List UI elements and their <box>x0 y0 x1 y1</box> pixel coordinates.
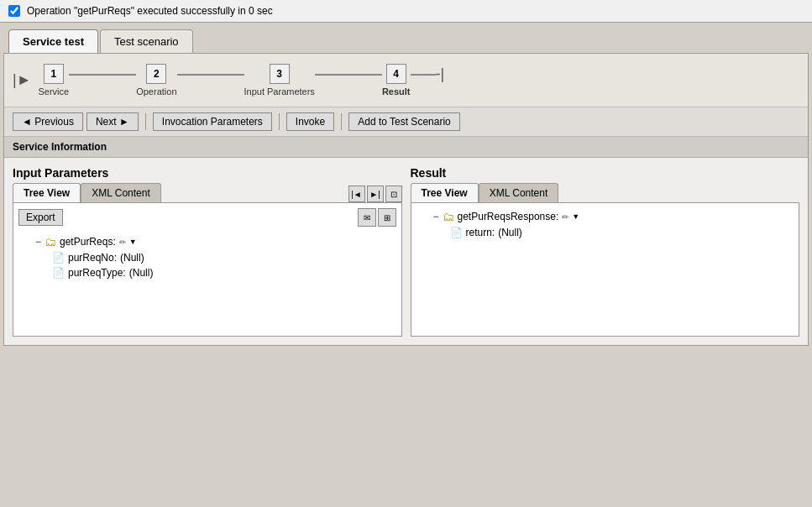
input-folder-icon: 🗂 <box>45 235 56 248</box>
wizard-step-3[interactable]: 3 Input Parameters <box>244 64 315 97</box>
input-file-icon-1: 📄 <box>52 252 65 264</box>
result-tab-tree[interactable]: Tree View <box>411 183 479 202</box>
next-button[interactable]: Next ► <box>86 112 139 131</box>
result-file-icon-1: 📄 <box>450 227 463 238</box>
input-tree-child-1: 📄 purReqNo: (Null) <box>18 250 396 265</box>
center-controls: |◄ ►| ⊡ <box>348 186 402 202</box>
status-message: Operation "getPurReqs" executed successf… <box>27 5 273 17</box>
input-expand-icon[interactable]: ▼ <box>129 238 137 246</box>
toolbar: ◄ Previous Next ► Invocation Parameters … <box>4 107 808 137</box>
wizard-step-4-label: Result <box>382 86 411 97</box>
result-expand-icon[interactable]: ▼ <box>572 212 579 221</box>
nav-play-btn[interactable]: ►| <box>367 186 384 202</box>
previous-button[interactable]: ◄ Previous <box>13 112 83 131</box>
wizard-line-3 <box>315 74 382 76</box>
wizard-step-2-number: 2 <box>146 64 166 84</box>
nav-stop-btn[interactable]: ⊡ <box>385 186 402 202</box>
wizard-start-icon: |► <box>13 71 32 89</box>
result-panel-tabs: Tree View XML Content <box>411 183 800 202</box>
add-icon-btn[interactable]: ⊞ <box>378 208 396 227</box>
result-tree-child-1: 📄 return: (Null) <box>416 225 794 240</box>
wizard-step-1-label: Service <box>39 86 70 97</box>
input-panel-header-row: Tree View XML Content |◄ ►| ⊡ <box>13 183 402 202</box>
input-tree-root-row: − 🗂 getPurReqs: ✏ ▼ <box>18 233 396 250</box>
tabs-bar: Service test Test scenario <box>0 23 812 53</box>
result-edit-icon[interactable]: ✏ <box>562 212 568 222</box>
wizard-step-2-label: Operation <box>136 86 176 97</box>
input-tab-tree[interactable]: Tree View <box>13 183 81 202</box>
panels-container: Input Parameters Tree View XML Content |… <box>4 158 808 345</box>
input-edit-icon[interactable]: ✏ <box>119 238 126 247</box>
tab-test-scenario[interactable]: Test scenario <box>100 29 193 53</box>
wizard-step-3-number: 3 <box>270 64 290 84</box>
wizard-end-icon: -| <box>436 65 445 83</box>
separator-2 <box>279 113 280 130</box>
wizard-line-end <box>411 74 436 76</box>
separator-3 <box>341 113 342 130</box>
invocation-params-button[interactable]: Invocation Parameters <box>153 112 272 131</box>
input-child-2-value: (Null) <box>129 267 154 279</box>
invoke-button[interactable]: Invoke <box>286 112 334 131</box>
wizard-bar: |► 1 Service 2 Operation 3 Input Paramet… <box>4 54 808 107</box>
wizard-step-1[interactable]: 1 Service <box>39 64 70 97</box>
export-button[interactable]: Export <box>18 209 63 226</box>
input-tree-root: getPurReqs: <box>60 236 116 248</box>
mail-icon-btn[interactable]: ✉ <box>358 208 376 227</box>
input-panel-toolbar: Export ✉ ⊞ <box>18 208 396 227</box>
input-panel-content: Export ✉ ⊞ − 🗂 getPurReqs: ✏ ▼ 📄 pu <box>13 202 402 337</box>
result-tab-xml[interactable]: XML Content <box>479 183 559 202</box>
input-panel-title: Input Parameters <box>13 166 402 180</box>
top-bar: Operation "getPurReqs" executed successf… <box>0 0 812 23</box>
service-info-header: Service Information <box>4 137 808 158</box>
status-checkbox[interactable] <box>8 5 20 17</box>
wizard-step-4-number: 4 <box>386 64 406 84</box>
input-panel-tabs: Tree View XML Content <box>13 183 161 202</box>
nav-first-btn[interactable]: |◄ <box>348 186 365 202</box>
result-tree-root-row: − 🗂 getPurReqsResponse: ✏ ▼ <box>416 208 794 225</box>
main-content: |► 1 Service 2 Operation 3 Input Paramet… <box>3 53 809 346</box>
result-panel-title: Result <box>411 166 800 180</box>
input-tree-collapse[interactable]: − <box>35 236 41 248</box>
input-tab-xml[interactable]: XML Content <box>81 183 161 202</box>
wizard-step-4[interactable]: 4 Result <box>382 64 411 97</box>
result-panel: Result Tree View XML Content − 🗂 getPurR… <box>411 166 800 337</box>
input-panel: Input Parameters Tree View XML Content |… <box>13 166 402 337</box>
input-tree-child-2: 📄 purReqType: (Null) <box>18 265 396 280</box>
result-child-1-value: (Null) <box>498 227 522 238</box>
add-to-test-button[interactable]: Add to Test Scenario <box>348 112 460 131</box>
wizard-step-2[interactable]: 2 Operation <box>136 64 176 97</box>
wizard-line-2 <box>177 74 244 76</box>
input-icon-btns: ✉ ⊞ <box>358 208 396 227</box>
wizard-step-1-number: 1 <box>44 64 64 84</box>
input-child-2-name: purReqType: <box>68 267 126 279</box>
result-panel-content: − 🗂 getPurReqsResponse: ✏ ▼ 📄 return: (N… <box>411 202 800 337</box>
tab-service-test[interactable]: Service test <box>8 29 98 53</box>
wizard-line-1 <box>69 74 136 76</box>
input-child-1-value: (Null) <box>120 252 144 264</box>
result-tree-root: getPurReqsResponse: <box>458 211 559 222</box>
input-file-icon-2: 📄 <box>52 267 65 279</box>
result-child-1-name: return: <box>466 227 495 238</box>
wizard-step-3-label: Input Parameters <box>244 86 315 97</box>
result-tree-collapse[interactable]: − <box>433 211 439 222</box>
result-folder-icon: 🗂 <box>443 210 454 223</box>
input-child-1-name: purReqNo: <box>68 252 117 264</box>
separator-1 <box>145 113 146 130</box>
